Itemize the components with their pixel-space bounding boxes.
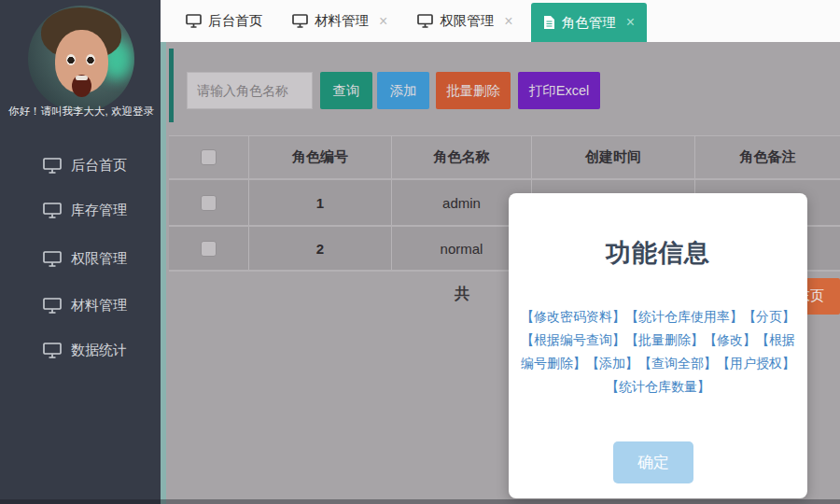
pagination-total-prefix: 共 [455,285,469,304]
sidebar-item-inventory[interactable]: 库存管理 [43,198,127,222]
monitor-icon [43,203,62,218]
role-name-search-input[interactable] [187,72,313,109]
avatar-art-teeth [76,76,88,80]
query-button[interactable]: 查询 [320,72,372,109]
cell-role-id: 1 [249,180,392,225]
row-checkbox[interactable] [201,241,217,257]
sidebar: 你好！请叫我李大大, 欢迎登录 后台首页 库存管理 权限管理 材料管理 数据统计 [0,0,161,504]
tab-roles[interactable]: 角色管理 [531,3,647,42]
monitor-icon [292,14,308,28]
row-checkbox[interactable] [201,195,217,211]
column-header-remark: 角色备注 [695,136,840,178]
greeting-text: 你好！请叫我李大大, 欢迎登录 [8,105,160,119]
sidebar-item-label: 后台首页 [71,157,127,175]
row-checkbox-cell [169,227,249,270]
monitor-icon [43,251,62,267]
app-window: 你好！请叫我李大大, 欢迎登录 后台首页 库存管理 权限管理 材料管理 数据统计… [0,0,840,504]
sidebar-divider [161,0,166,504]
select-all-checkbox[interactable] [201,149,217,165]
tab-materials[interactable]: 材料管理 [280,0,399,42]
sidebar-item-permissions[interactable]: 权限管理 [43,246,127,271]
header-checkbox-cell [169,136,249,178]
sidebar-item-label: 材料管理 [71,297,127,315]
monitor-icon [43,343,62,358]
modal-title: 功能信息 [509,236,807,270]
tab-label: 角色管理 [562,14,616,32]
panel-accent-bar [169,49,174,122]
sidebar-item-label: 权限管理 [71,250,127,268]
close-icon[interactable] [379,14,387,29]
info-modal: 功能信息 【修改密码资料】【统计仓库使用率】【分页】 【根据编号查询】【批量删除… [509,193,807,498]
tab-dashboard[interactable]: 后台首页 [174,0,274,42]
print-excel-button[interactable]: 打印Excel [518,72,600,109]
close-icon[interactable] [626,15,635,30]
document-icon [543,15,555,30]
close-icon[interactable] [504,14,512,29]
tab-bar: 后台首页 材料管理 权限管理 角色管理 [161,0,840,42]
avatar-art-eye [86,54,95,65]
tab-permissions[interactable]: 权限管理 [405,0,525,42]
avatar[interactable] [28,6,134,112]
cell-role-id: 2 [249,227,392,270]
sidebar-item-materials[interactable]: 材料管理 [43,293,127,317]
sidebar-item-dashboard[interactable]: 后台首页 [43,153,127,177]
column-header-role-name: 角色名称 [392,136,532,178]
add-button[interactable]: 添加 [377,72,429,109]
monitor-icon [43,158,62,174]
monitor-icon [186,14,202,28]
monitor-icon [417,14,433,28]
table-header-row: 角色编号 角色名称 创建时间 角色备注 [169,136,840,178]
avatar-art-eye [66,54,76,65]
sidebar-item-label: 库存管理 [71,202,127,219]
sidebar-item-label: 数据统计 [71,342,127,359]
confirm-button[interactable]: 确定 [613,441,693,483]
bottom-edge-bar [0,499,840,504]
row-checkbox-cell [169,180,249,225]
tab-label: 后台首页 [208,12,262,30]
monitor-icon [43,298,62,314]
sidebar-item-statistics[interactable]: 数据统计 [43,338,127,362]
column-header-created: 创建时间 [532,136,695,178]
column-header-role-id: 角色编号 [249,136,392,178]
tab-label: 材料管理 [315,12,369,30]
tab-label: 权限管理 [440,12,494,30]
batch-delete-button[interactable]: 批量删除 [436,72,511,109]
modal-body-text: 【修改密码资料】【统计仓库使用率】【分页】 【根据编号查询】【批量删除】【修改】… [509,305,807,399]
